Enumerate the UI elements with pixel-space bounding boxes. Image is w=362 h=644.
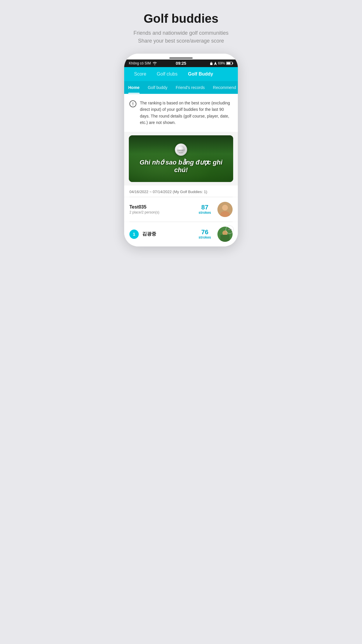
svg-rect-14 [220, 235, 230, 241]
user-info-kimkwangjung: 김광중 [142, 231, 195, 237]
battery-icon [226, 62, 233, 65]
nav-golf-clubs[interactable]: Golf clubs [152, 67, 183, 81]
status-time: 09:25 [176, 61, 186, 66]
date-range-section: 04/16/2022 ~ 07/14/2022 (My Golf Buddies… [124, 186, 238, 197]
subnav-friends-records[interactable]: Friend's records [172, 81, 209, 94]
user-sub-test035: 2 place/2 person(s) [129, 210, 195, 214]
nav-score[interactable]: Score [129, 67, 152, 81]
top-nav: Score Golf clubs Golf Buddy [124, 67, 238, 81]
score-label-kimkwangjung: strokes [198, 235, 211, 239]
user-entry-test035: Test035 2 place/2 person(s) 87 strokes [124, 197, 238, 222]
info-notice-text: The ranking is based on the best score (… [140, 100, 233, 126]
page-wrapper: Golf buddies Friends and nationwide golf… [121, 0, 241, 258]
banner-text: Ghi nhớ sao bằng được ghi chú! [129, 159, 233, 174]
svg-marker-1 [214, 62, 217, 65]
user-name-kimkwangjung: 김광중 [142, 231, 195, 237]
phone-pill [169, 57, 193, 59]
info-notice-box: ! The ranking is based on the best score… [124, 94, 238, 132]
date-range-text: 04/16/2022 ~ 07/14/2022 (My Golf Buddies… [129, 190, 207, 194]
carrier-label: Không có SIM [129, 61, 151, 65]
score-label-test035: strokes [198, 211, 211, 215]
svg-text:SCORE: SCORE [179, 152, 183, 153]
page-title: Golf buddies [144, 12, 219, 26]
user-rank-badge-1: 1 [129, 230, 139, 239]
user-entry-kimkwangjung: ••• 1 김광중 76 strokes [124, 222, 238, 246]
subnav-home[interactable]: Home [124, 81, 144, 94]
battery-percent: 69% [218, 61, 225, 65]
score-number-test035: 87 [198, 204, 211, 211]
subnav-recommend[interactable]: Recommend [209, 81, 238, 94]
user-score-kimkwangjung: 76 strokes [198, 229, 211, 239]
user-name-test035: Test035 [129, 204, 195, 210]
page-subtitle: Friends and nationwide golf communities … [128, 29, 234, 45]
subnav-golf-buddy[interactable]: Golf buddy [144, 81, 172, 94]
avatar-test035 [217, 202, 233, 217]
user-info-test035: Test035 2 place/2 person(s) [129, 204, 195, 214]
golf-ball-icon: SMART SCORE [175, 144, 187, 156]
info-icon: ! [129, 100, 136, 107]
svg-rect-0 [210, 63, 212, 65]
phone-frame: Không có SIM 09:25 69% [124, 54, 238, 246]
status-bar: Không có SIM 09:25 69% [124, 60, 238, 67]
sub-nav: Home Golf buddy Friend's records Recomme… [124, 81, 238, 94]
svg-text:SMART: SMART [178, 149, 185, 151]
svg-rect-4 [227, 62, 231, 64]
location-icon [214, 62, 217, 65]
user-score-test035: 87 strokes [198, 204, 211, 215]
svg-rect-3 [232, 63, 233, 64]
svg-point-9 [222, 205, 228, 211]
banner-image: SMART SCORE Ghi nhớ sao bằng được ghi ch… [129, 135, 233, 182]
wifi-icon [152, 62, 157, 65]
score-number-kimkwangjung: 76 [198, 229, 211, 235]
lock-icon [210, 62, 213, 65]
phone-pill-wrapper [124, 54, 238, 60]
more-options-button[interactable]: ••• [226, 225, 234, 234]
nav-golf-buddy[interactable]: Golf Buddy [183, 67, 218, 81]
content-area: ! The ranking is based on the best score… [124, 94, 238, 246]
